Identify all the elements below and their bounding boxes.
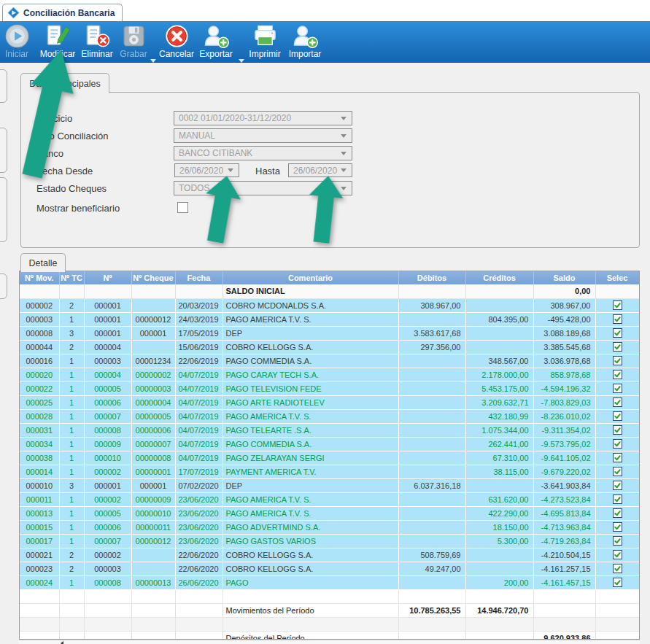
table-row: 00000310000010000001224/03/2019PAGO AMER… (20, 312, 639, 326)
cell-n: 000009 (84, 437, 131, 451)
cell-n: 000004 (84, 340, 131, 354)
row-select-checkbox[interactable] (613, 356, 622, 365)
tab-detalle[interactable]: Detalle (20, 253, 66, 272)
row-select-checkbox[interactable] (613, 481, 622, 490)
toolbar-label: Eliminar (81, 49, 112, 59)
row-select-checkbox[interactable] (613, 384, 622, 393)
cell-fecha: 04/07/2019 (175, 423, 223, 437)
cell-selec (595, 589, 639, 603)
cell-comentario: COBRO KELLOGG S.A. (223, 548, 398, 562)
cell-selec (595, 506, 639, 520)
cell-n-tc: 1 (59, 520, 84, 534)
app-icon (7, 7, 20, 19)
edit-icon (45, 23, 71, 49)
row-select-checkbox[interactable] (613, 342, 622, 352)
table-row: 00002510000060000000404/07/2019PAGO ARTE… (20, 395, 639, 409)
row-select-checkbox[interactable] (613, 439, 622, 449)
cell-saldo (533, 603, 595, 617)
cell-n-mov: 000014 (20, 465, 59, 478)
row-select-checkbox[interactable] (613, 314, 622, 324)
toolbar-button-grabar[interactable]: Grabar (117, 23, 150, 60)
row-select-checkbox[interactable] (613, 467, 622, 476)
cell-n-mov (20, 631, 59, 640)
table-row: 00002410000080000001326/06/2020PAGO200,0… (20, 575, 639, 589)
cell-débitos (398, 465, 465, 478)
mostrar-beneficiario-checkbox[interactable] (177, 202, 188, 213)
row-select-checkbox[interactable] (613, 397, 622, 407)
cell-créditos: 3.209.632,71 (465, 395, 533, 409)
horizontal-scrollbar[interactable] (19, 640, 640, 644)
row-select-checkbox[interactable] (613, 411, 622, 421)
cell-n-mov: 000010 (20, 478, 59, 492)
cell-selec (595, 478, 639, 492)
banco-dropdown[interactable]: BANCO CITIBANK (174, 146, 352, 160)
estado-cheques-dropdown[interactable]: TODOS (174, 181, 352, 195)
toolbar-button-eliminar[interactable]: Eliminar (79, 23, 115, 60)
cell-n-cheque: 00000001 (131, 465, 175, 478)
toolbar-label: Iniciar (5, 49, 28, 59)
toolbar-label: Cancelar (159, 49, 194, 59)
tipo-conciliacion-dropdown[interactable]: MANUAL (174, 128, 352, 143)
toolbar-button-imprimir[interactable]: Imprimir (245, 23, 285, 60)
column-header-saldo: Saldo (533, 271, 595, 284)
row-select-checkbox[interactable] (613, 564, 622, 573)
fecha-hasta-datepicker[interactable]: 26/06/2020 (288, 163, 352, 177)
fecha-desde-datepicker[interactable]: 26/06/2020 (174, 163, 239, 177)
cell-n (84, 284, 131, 298)
cell-comentario: COBRO KELLOGG S.A. (223, 340, 398, 354)
cell-créditos: 67.310,00 (465, 451, 533, 465)
cell-comentario: PAGO ADVERTMIND S.A. (223, 520, 398, 534)
save-icon (121, 23, 147, 49)
cell-comentario: Depósitos del Período (223, 631, 398, 640)
row-select-checkbox[interactable] (613, 370, 622, 379)
row-select-checkbox[interactable] (613, 300, 622, 310)
ejercicio-dropdown[interactable]: 0002 01/01/2020-31/12/2020 (174, 111, 352, 125)
table-row: 00001110000020000000923/06/2020PAGO AMER… (20, 492, 639, 506)
row-select-checkbox[interactable] (613, 536, 622, 546)
cell-n-tc: 2 (59, 340, 84, 354)
cell-saldo: -4.594.196,32 (533, 381, 595, 395)
row-select-checkbox[interactable] (613, 328, 622, 338)
toolbar-button-iniciar[interactable]: Iniciar (1, 23, 32, 60)
cell-créditos: 2.178.000,00 (465, 368, 533, 381)
toolbar-button-modificar[interactable]: Modificar (36, 23, 79, 60)
scroll-left-icon[interactable] (61, 641, 63, 644)
cell-débitos (398, 589, 465, 603)
cell-n-tc: 1 (59, 534, 84, 548)
cell-selec (595, 423, 639, 437)
cell-débitos (398, 312, 465, 326)
toolbar-button-cancelar[interactable]: Cancelar (158, 23, 196, 60)
cell-n: 000003 (84, 354, 131, 368)
window-tab[interactable]: Conciliación Bancaria (2, 4, 123, 21)
row-select-checkbox[interactable] (613, 453, 622, 462)
row-select-checkbox[interactable] (613, 494, 622, 504)
estado-cheques-label: Estado Cheques (36, 183, 107, 194)
table-row: 00003810000100000000804/07/2019PAGO ZELA… (20, 451, 639, 465)
row-select-checkbox[interactable] (613, 425, 622, 435)
toolbar-label: Exportar (199, 49, 232, 59)
toolbar-button-importar[interactable]: Importar (285, 23, 325, 60)
tab-datos-principales[interactable]: Datos Principales (20, 73, 109, 93)
row-select-checkbox[interactable] (613, 578, 622, 587)
cell-n-cheque: 00000011 (131, 520, 175, 534)
cell-n-mov (20, 603, 59, 617)
exportar-dropdown-caret[interactable] (239, 59, 244, 63)
cell-n-cheque: 00000004 (131, 395, 175, 409)
chevron-down-icon (341, 152, 347, 155)
cell-fecha: 23/06/2020 (175, 506, 223, 520)
cell-selec (595, 492, 639, 506)
table-row: 00003110000080000000604/07/2019PAGO TELE… (20, 423, 639, 437)
cell-n-tc: 1 (59, 381, 84, 395)
row-select-checkbox[interactable] (613, 522, 622, 532)
cell-créditos: 1.075.344,00 (465, 423, 533, 437)
toolbar-button-exportar[interactable]: Exportar (196, 23, 236, 60)
row-select-checkbox[interactable] (613, 550, 622, 559)
row-select-checkbox[interactable] (613, 508, 622, 518)
cell-saldo: 3.088.189,68 (533, 326, 595, 340)
cell-fecha: 04/07/2019 (175, 409, 223, 423)
grabar-dropdown-caret[interactable] (150, 59, 156, 63)
table-row: 000008300000100000117/05/2019DEP3.583.61… (20, 326, 639, 340)
cell-fecha: 24/03/2019 (175, 312, 223, 326)
cell-n (84, 603, 131, 617)
table-row: 00002010000040000000204/07/2019PAGO CARA… (20, 368, 639, 381)
